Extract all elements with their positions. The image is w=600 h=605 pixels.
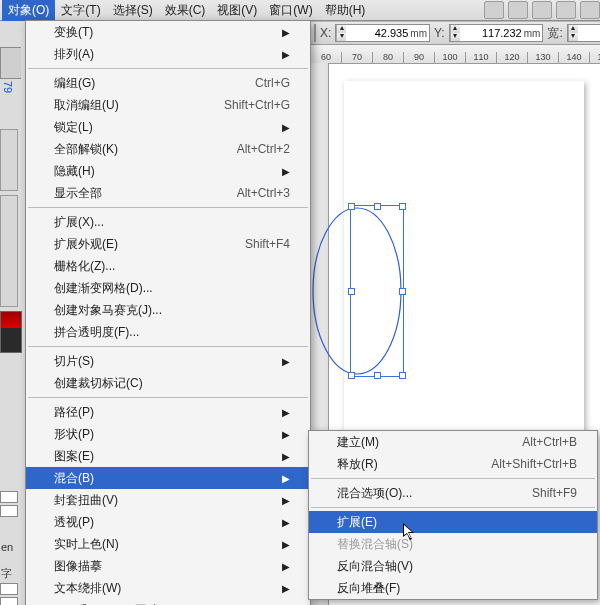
menu-item-label: 扩展外观(E) [54,236,215,253]
menu-item[interactable]: 全部解锁(K)Alt+Ctrl+2 [26,138,310,160]
menu-item[interactable]: 混合(B)▶ [26,467,310,489]
menu-item-label: 锁定(L) [54,119,270,136]
menu-item[interactable]: 拼合透明度(F)... [26,321,310,343]
menu-item[interactable]: 反向堆叠(F) [309,577,597,599]
menu-item-shortcut: Alt+Shift+Ctrl+B [491,457,577,471]
menu-item-label: 取消编组(U) [54,97,194,114]
menu-item[interactable]: 释放(R)Alt+Shift+Ctrl+B [309,453,597,475]
menu-view[interactable]: 视图(V) [211,0,263,21]
menu-window[interactable]: 窗口(W) [263,0,318,21]
menu-item-label: 排列(A) [54,46,270,63]
menu-item[interactable]: 扩展外观(E)Shift+F4 [26,233,310,255]
menu-item-shortcut: Ctrl+G [255,76,290,90]
menu-text[interactable]: 文字(T) [55,0,106,21]
y-label: Y: [434,26,445,40]
menu-item[interactable]: 扩展(X)... [26,211,310,233]
menu-item[interactable]: 编组(G)Ctrl+G [26,72,310,94]
menu-item[interactable]: 显示全部Alt+Ctrl+3 [26,182,310,204]
handle-icon[interactable] [374,372,381,379]
menu-item-label: 栅格化(Z)... [54,258,290,275]
blend-shape [311,206,403,376]
selection-bounds[interactable] [350,205,404,377]
swatch-4[interactable] [0,597,18,605]
ruler-tick: 140 [558,52,589,63]
left-gutter: 79 en 字 [0,21,26,605]
menu-item[interactable]: 锁定(L)▶ [26,116,310,138]
menu-item[interactable]: 创建渐变网格(D)... [26,277,310,299]
x-step-down-icon[interactable]: ▾ [336,33,346,41]
menu-item[interactable]: 反向混合轴(V) [309,555,597,577]
submenu-arrow-icon: ▶ [282,407,290,418]
swatch-2[interactable] [0,505,18,517]
toolbar-icon-1[interactable] [484,1,504,19]
toolbar-icon-4[interactable] [556,1,576,19]
menu-item[interactable]: 混合选项(O)...Shift+F9 [309,482,597,504]
handle-icon[interactable] [399,372,406,379]
menu-item[interactable]: 扩展(E) [309,511,597,533]
menu-item[interactable]: 文本绕排(W)▶ [26,577,310,599]
menu-item[interactable]: 创建对象马赛克(J)... [26,299,310,321]
submenu-arrow-icon: ▶ [282,166,290,177]
menu-item[interactable]: 路径(P)▶ [26,401,310,423]
x-field[interactable]: ▴▾ mm [335,24,430,42]
menu-item[interactable]: 排列(A)▶ [26,43,310,65]
submenu-arrow-icon: ▶ [282,495,290,506]
swatch-3[interactable] [0,583,18,595]
menu-help[interactable]: 帮助(H) [319,0,372,21]
menu-item-label: 扩展(E) [337,514,577,531]
x-input[interactable] [346,27,410,39]
y-field[interactable]: ▴▾ mm [449,24,544,42]
menu-item[interactable]: 图像描摹▶ [26,555,310,577]
menu-item[interactable]: 透视(P)▶ [26,511,310,533]
menu-item-label: 混合(B) [54,470,270,487]
svg-point-0 [313,208,401,374]
ruler-horizontal[interactable]: 60 70 80 90 100 110 120 130 140 150 160 … [310,45,600,64]
color-panel-edge [0,311,22,353]
menu-item-label: 实时上色(N) [54,536,270,553]
submenu-arrow-icon: ▶ [282,429,290,440]
left-num: 79 [2,81,14,93]
object-menu: 变换(T)▶排列(A)▶编组(G)Ctrl+G取消编组(U)Shift+Ctrl… [25,20,311,605]
handle-icon[interactable] [348,372,355,379]
menu-item: 替换混合轴(S) [309,533,597,555]
w-step-down-icon[interactable]: ▾ [568,33,578,41]
swatch-1[interactable] [0,491,18,503]
w-field[interactable]: ▴▾ mm [567,24,600,42]
menu-item[interactable]: 封套扭曲(V)▶ [26,489,310,511]
menu-item[interactable]: 隐藏(H)▶ [26,160,310,182]
y-step-down-icon[interactable]: ▾ [450,33,460,41]
doc-tab-edge[interactable] [0,47,21,79]
handle-icon[interactable] [399,288,406,295]
menu-item-label: 显示全部 [54,185,207,202]
menu-item-label: 反向混合轴(V) [337,558,577,575]
blend-submenu: 建立(M)Alt+Ctrl+B释放(R)Alt+Shift+Ctrl+B混合选项… [308,430,598,600]
y-input[interactable] [460,27,524,39]
handle-icon[interactable] [348,203,355,210]
toolbar-icon-5[interactable] [580,1,600,19]
menu-item[interactable]: 切片(S)▶ [26,350,310,372]
handle-icon[interactable] [399,203,406,210]
menu-item[interactable]: 建立(M)Alt+Ctrl+B [309,431,597,453]
handle-icon[interactable] [374,203,381,210]
menu-select[interactable]: 选择(S) [107,0,159,21]
toolbar-icon-2[interactable] [508,1,528,19]
menu-item[interactable]: 实时上色(N)▶ [26,533,310,555]
menu-item[interactable]: 变换(T)▶ [26,21,310,43]
menu-item-label: 混合选项(O)... [337,485,502,502]
menu-item[interactable]: 创建裁切标记(C) [26,372,310,394]
menu-item[interactable]: 栅格化(Z)... [26,255,310,277]
menu-item[interactable]: 取消编组(U)Shift+Ctrl+G [26,94,310,116]
w-label: 宽: [547,25,562,42]
toolbar-icon-3[interactable] [532,1,552,19]
menu-item[interactable]: 图案(E)▶ [26,445,310,467]
menu-separator [311,507,595,508]
menu-item[interactable]: Line 和 Sketch 图稿▶ [26,599,310,605]
reference-point-icon[interactable] [314,24,316,42]
menu-effect[interactable]: 效果(C) [159,0,212,21]
menu-object[interactable]: 对象(O) [2,0,55,21]
submenu-arrow-icon: ▶ [282,451,290,462]
handle-icon[interactable] [348,288,355,295]
menu-separator [28,346,308,347]
menu-item[interactable]: 形状(P)▶ [26,423,310,445]
w-input[interactable] [578,27,600,39]
